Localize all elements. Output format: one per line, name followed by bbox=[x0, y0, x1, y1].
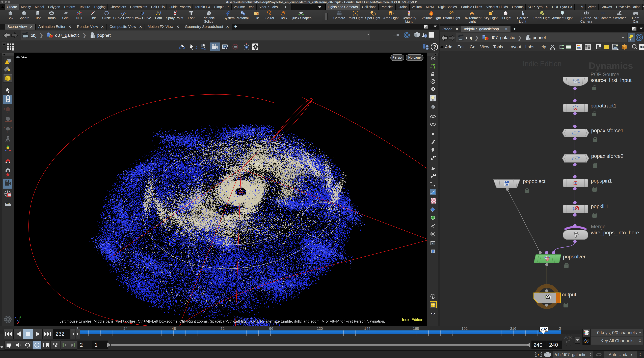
svg-text:22x: 22x bbox=[6, 203, 9, 204]
svg-text:i: i bbox=[432, 295, 433, 298]
svg-text:x: x bbox=[16, 323, 17, 326]
svg-text:12: 12 bbox=[433, 173, 436, 176]
svg-text:y: y bbox=[20, 315, 21, 318]
svg-text:?: ? bbox=[433, 44, 436, 50]
svg-text:z: z bbox=[14, 316, 16, 319]
svg-text:12: 12 bbox=[433, 156, 436, 159]
